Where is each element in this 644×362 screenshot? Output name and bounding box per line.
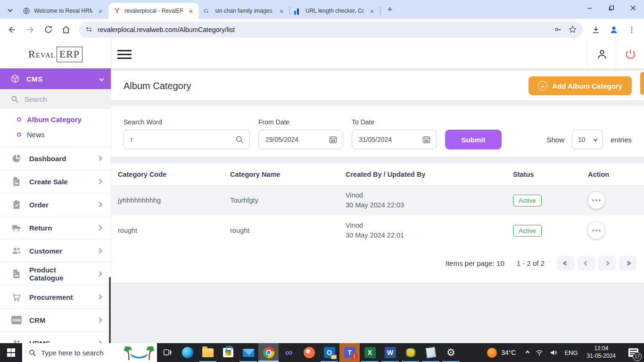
sidebar-search-input[interactable] bbox=[25, 95, 91, 103]
calendar-icon[interactable] bbox=[329, 135, 338, 144]
tab-revalerp-active[interactable]: revalerplocal - RevalERP - Albu bbox=[108, 3, 199, 19]
file-explorer-icon[interactable] bbox=[198, 343, 218, 362]
sidebar-item-album-category[interactable]: Album Category bbox=[0, 112, 111, 127]
tab-title: Welcome to Reval HRMS bbox=[34, 8, 92, 14]
start-button[interactable] bbox=[0, 343, 22, 362]
close-icon[interactable] bbox=[96, 7, 105, 15]
home-button[interactable] bbox=[58, 22, 74, 37]
tab-google-images[interactable]: G sin chan family images - Googl bbox=[199, 3, 289, 19]
edge-taskbar-icon[interactable] bbox=[177, 343, 198, 362]
plus-circle-icon bbox=[538, 81, 547, 90]
notification-center-button[interactable]: 17 bbox=[622, 343, 644, 362]
page-size-select[interactable]: 10 bbox=[572, 130, 603, 149]
excel-icon[interactable] bbox=[360, 343, 380, 362]
address-bar[interactable]: revalerplocal.revalweb.com/AlbumCategory… bbox=[79, 22, 583, 38]
close-icon[interactable] bbox=[277, 7, 286, 15]
tab-reval-hrms[interactable]: Welcome to Reval HRMS bbox=[18, 3, 108, 19]
sidebar-item-crm[interactable]: CRM bbox=[0, 309, 111, 332]
items-per-page-label: Items per page: 10 bbox=[446, 259, 504, 267]
calendar-icon[interactable] bbox=[422, 135, 431, 144]
cms-submenu: Album Category News bbox=[0, 109, 111, 147]
windows-logo-icon bbox=[7, 348, 16, 357]
forward-button[interactable] bbox=[23, 22, 38, 37]
hamburger-menu-icon[interactable] bbox=[111, 40, 138, 68]
sidebar-scrollbar[interactable] bbox=[109, 277, 111, 343]
logout-power-icon[interactable] bbox=[616, 40, 644, 68]
bullet-icon bbox=[17, 117, 21, 122]
outlook-icon[interactable] bbox=[319, 343, 339, 362]
system-tray: ENG 12:04 31-05-2024 bbox=[522, 343, 622, 362]
browser-menu-icon[interactable] bbox=[624, 22, 639, 37]
sidebar-item-news[interactable]: News bbox=[0, 127, 111, 142]
reload-button[interactable] bbox=[41, 22, 56, 37]
minimize-button[interactable] bbox=[579, 0, 601, 16]
teams-icon[interactable]: 1 bbox=[339, 343, 360, 362]
cell-created-by: Vinod bbox=[346, 190, 513, 200]
sidebar-search[interactable] bbox=[0, 89, 111, 109]
pie-chart-icon bbox=[11, 153, 22, 164]
sidebar-item-create-sale[interactable]: Create Sale bbox=[0, 170, 111, 193]
task-view-button[interactable] bbox=[157, 343, 177, 362]
sidebar-item-cms[interactable]: CMS bbox=[0, 68, 111, 89]
status-badge: Active bbox=[513, 225, 542, 237]
tab-search-button[interactable] bbox=[4, 3, 16, 16]
page-title: Album Category bbox=[124, 81, 191, 91]
chevron-right-icon bbox=[97, 294, 102, 299]
visual-studio-icon[interactable] bbox=[279, 343, 299, 362]
next-page-button[interactable] bbox=[598, 256, 616, 271]
first-page-button[interactable] bbox=[557, 256, 574, 271]
password-key-icon[interactable] bbox=[553, 25, 562, 34]
speaker-icon[interactable] bbox=[550, 349, 558, 356]
new-tab-button[interactable] bbox=[384, 3, 396, 16]
sidebar-item-product-catalogue[interactable]: Product Catalogue bbox=[0, 263, 111, 286]
notepad-icon[interactable] bbox=[421, 343, 441, 362]
crm-badge-icon bbox=[11, 315, 22, 325]
close-window-button[interactable] bbox=[622, 0, 644, 16]
sidebar-item-order[interactable]: Order bbox=[0, 193, 111, 216]
taskbar-clock[interactable]: 12:04 31-05-2024 bbox=[584, 345, 619, 360]
edge-floating-button[interactable] bbox=[640, 72, 644, 95]
weather-widget[interactable]: 34°C bbox=[480, 343, 522, 362]
sidebar-item-dashboard[interactable]: Dashboard bbox=[0, 147, 111, 170]
submit-button[interactable]: Submit bbox=[445, 130, 502, 149]
chrome-icon[interactable] bbox=[258, 343, 279, 362]
previous-page-button[interactable] bbox=[578, 256, 595, 271]
last-page-button[interactable] bbox=[619, 256, 636, 271]
user-profile-icon[interactable] bbox=[587, 40, 616, 68]
double-chevron-right-icon bbox=[626, 262, 630, 265]
tray-chevron-up-icon[interactable] bbox=[526, 351, 529, 354]
bookmark-star-icon[interactable] bbox=[568, 25, 577, 34]
postman-icon[interactable] bbox=[299, 343, 319, 362]
maximize-button[interactable] bbox=[601, 0, 622, 16]
settings-gear-icon[interactable] bbox=[441, 343, 461, 362]
site-info-icon[interactable] bbox=[85, 25, 93, 33]
language-indicator[interactable]: ENG bbox=[564, 349, 578, 356]
add-album-category-button[interactable]: Add Album Category bbox=[528, 76, 632, 95]
microsoft-store-icon[interactable] bbox=[218, 343, 238, 362]
profile-avatar[interactable] bbox=[606, 22, 621, 37]
sidebar-item-return[interactable]: Return bbox=[0, 216, 111, 239]
tab-url-checker[interactable]: URL length checker, Count Cha bbox=[289, 3, 380, 19]
search-highlight-image[interactable] bbox=[122, 344, 156, 361]
url-text[interactable]: revalerplocal.revalweb.com/AlbumCategory… bbox=[98, 26, 549, 33]
tab-title: URL length checker, Count Cha bbox=[305, 8, 364, 14]
table-row: rought rought Vinod 30 May 2024 22:01 Ac… bbox=[111, 215, 644, 246]
sidebar-item-procurement[interactable]: Procurement bbox=[0, 286, 111, 309]
search-word-input[interactable] bbox=[124, 130, 250, 149]
close-icon[interactable] bbox=[368, 7, 376, 15]
mail-icon[interactable] bbox=[238, 343, 258, 362]
wifi-icon[interactable] bbox=[535, 349, 544, 356]
sidebar-item-customer[interactable]: Customer bbox=[0, 239, 111, 263]
close-icon[interactable] bbox=[187, 7, 195, 15]
database-tools-icon[interactable] bbox=[400, 343, 421, 362]
downloads-icon[interactable] bbox=[588, 22, 603, 37]
main-area: Album Category Add Album Category Search… bbox=[111, 40, 644, 343]
cell-category-name: Tourhfgty bbox=[230, 197, 346, 204]
row-actions-button[interactable] bbox=[588, 192, 605, 209]
sidebar-item-hrms[interactable]: HRMS bbox=[0, 332, 111, 343]
word-icon[interactable] bbox=[380, 343, 400, 362]
search-icon[interactable] bbox=[235, 135, 244, 144]
taskbar-search[interactable]: Type here to search bbox=[22, 343, 157, 362]
back-button[interactable] bbox=[5, 22, 20, 37]
row-actions-button[interactable] bbox=[588, 222, 605, 239]
